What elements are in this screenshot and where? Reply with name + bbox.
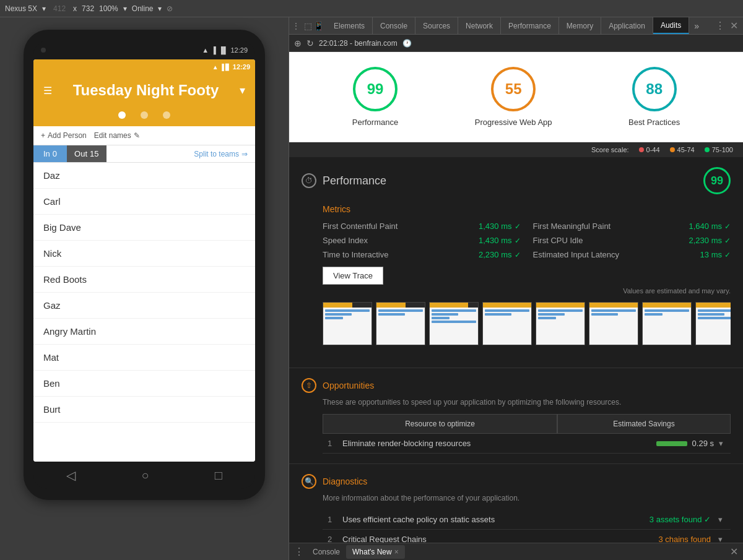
player-nick[interactable]: Nick <box>33 241 255 267</box>
opp-table-header: Resource to optimize Estimated Savings <box>323 414 731 434</box>
film-frame-8 <box>695 302 731 345</box>
scale-bad-label: 0-44 <box>646 146 660 153</box>
add-person-button[interactable]: + Add Person <box>41 131 87 140</box>
tab-performance[interactable]: Performance <box>501 17 559 34</box>
reload-icon[interactable]: ↻ <box>306 38 314 48</box>
view-trace-button[interactable]: View Trace <box>323 267 383 285</box>
clock-icon[interactable]: 🕐 <box>402 39 412 48</box>
bottom-close-icon[interactable]: × <box>394 548 399 556</box>
player-burt[interactable]: Burt <box>33 397 255 423</box>
diag-result-2: 3 chains found <box>653 530 716 543</box>
tab-in-count: 0 <box>53 149 57 158</box>
back-icon[interactable]: ◁ <box>66 468 76 483</box>
circle-dot-1 <box>118 111 126 119</box>
app-chevron-icon[interactable]: ▾ <box>240 84 245 97</box>
metric-fcp-name: First Contentful Paint <box>323 222 398 231</box>
devtools-more-icon[interactable]: ⋮ <box>715 20 725 32</box>
tab-sources[interactable]: Sources <box>415 17 458 34</box>
player-angrymartin[interactable]: Angry Martin <box>33 319 255 345</box>
home-icon[interactable]: ○ <box>141 468 149 483</box>
devtools-device-icon[interactable]: 📱 <box>313 21 324 31</box>
player-ben[interactable]: Ben <box>33 371 255 397</box>
player-mat[interactable]: Mat <box>33 345 255 371</box>
tab-out-label: Out <box>74 149 87 158</box>
film-row-2 <box>325 313 352 316</box>
tab-more[interactable]: » <box>689 21 704 31</box>
metric-eil-check: ✓ <box>724 251 731 259</box>
device-name[interactable]: Nexus 5X <box>5 4 37 13</box>
bottom-tab-whats-new[interactable]: What's New × <box>346 545 405 559</box>
diag-chevron-2[interactable]: ▾ <box>716 530 731 543</box>
devtools-settings-icon[interactable]: ⋮ <box>292 21 300 31</box>
audit-timestamp: 22:01:28 - benfrain.com <box>319 39 398 48</box>
dimension-x: x <box>73 4 77 13</box>
score-card-best-practices: 88 Best Practices <box>628 67 680 127</box>
diag-section-title: Diagnostics <box>323 476 367 486</box>
edit-names-button[interactable]: Edit names ✎ <box>94 131 140 140</box>
view-trace-label: View Trace <box>333 271 373 280</box>
scale-dot-avg <box>670 147 675 152</box>
performance-section-icon: ⏱ <box>302 173 316 188</box>
score-card-pwa: 55 Progressive Web App <box>475 67 552 127</box>
tab-memory[interactable]: Memory <box>559 17 601 34</box>
diag-chevron-1[interactable]: ▾ <box>716 510 731 529</box>
tab-application[interactable]: Application <box>601 17 653 34</box>
tab-out[interactable]: Out 15 <box>67 145 106 162</box>
film-frame-7 <box>642 302 692 345</box>
tab-split[interactable]: Split to teams ⇒ <box>186 145 255 162</box>
tab-memory-label: Memory <box>567 22 593 30</box>
performance-section-score: 99 <box>703 167 731 194</box>
devtools-close-icon[interactable]: ✕ <box>730 20 738 32</box>
zoom-level[interactable]: 100% <box>99 4 118 13</box>
connectivity[interactable]: Online <box>132 4 154 13</box>
player-daz[interactable]: Daz <box>33 163 255 189</box>
film-row-7 <box>432 313 458 316</box>
opp-row-savings-1: 0.29 s ▾ <box>557 434 731 453</box>
metric-si-value: 1,430 ms ✓ <box>479 236 520 245</box>
topbar-dropdown-icon[interactable]: ▾ <box>42 4 46 13</box>
metric-eil: Estimated Input Latency 13 ms ✓ <box>533 250 731 259</box>
no-throttle-icon[interactable]: ⊘ <box>167 4 173 13</box>
tab-network[interactable]: Network <box>458 17 501 34</box>
bottom-tab-console[interactable]: Console <box>306 545 346 559</box>
zoom-dropdown[interactable]: ▾ <box>123 4 127 13</box>
clear-icon[interactable]: ⊕ <box>294 38 302 48</box>
system-topbar: Nexus 5X ▾ 412 x 732 100% ▾ Online ▾ ⊘ <box>0 0 743 17</box>
bottom-close-panel[interactable]: ✕ <box>730 546 738 558</box>
score-scale-label: Score scale: <box>591 146 629 153</box>
film-row-16 <box>591 313 618 316</box>
topbar-left: Nexus 5X ▾ 412 x 732 100% ▾ Online ▾ ⊘ <box>5 4 173 13</box>
scale-bad: 0-44 <box>639 146 660 153</box>
player-list: Daz Carl Big Dave Nick Red Boots Gaz Ang… <box>33 163 255 462</box>
opp-row-expand-1[interactable]: ▾ <box>719 439 723 448</box>
opp-row-1[interactable]: 1 Eliminate render-blocking resources 0.… <box>323 434 731 454</box>
film-stripe-8 <box>696 303 731 308</box>
metric-si-check: ✓ <box>515 236 521 245</box>
bottom-drawer-icon[interactable]: ⋮ <box>294 546 304 558</box>
diag-row-1[interactable]: 1 Uses efficient cache policy on static … <box>323 510 731 530</box>
edit-icon: ✎ <box>134 131 140 140</box>
tab-in[interactable]: In 0 <box>33 145 67 162</box>
opp-title-row: ⇧ Opportunities <box>302 378 731 393</box>
tab-console[interactable]: Console <box>373 17 415 34</box>
diag-row-2[interactable]: 2 Critical Request Chains 3 chains found… <box>323 530 731 543</box>
player-redboots[interactable]: Red Boots <box>33 267 255 293</box>
devtools-inspect-icon[interactable]: ⬚ <box>304 21 312 31</box>
recents-icon[interactable]: □ <box>215 468 222 483</box>
player-carl[interactable]: Carl <box>33 189 255 215</box>
devtools-topbar: ⋮ ⬚ 📱 Elements Console Sources Network P… <box>289 17 743 35</box>
tab-in-label: In <box>43 149 50 158</box>
connectivity-dropdown[interactable]: ▾ <box>158 4 162 13</box>
diag-num-1: 1 <box>323 510 337 529</box>
film-frame-3 <box>429 302 479 345</box>
app-header: ☰ Tuesday Night Footy ▾ <box>33 74 255 109</box>
opp-description: These are opportunities to speed up your… <box>323 398 731 407</box>
tab-audits[interactable]: Audits <box>653 17 689 34</box>
player-bigdave[interactable]: Big Dave <box>33 215 255 241</box>
hamburger-icon[interactable]: ☰ <box>43 85 52 97</box>
film-row-8 <box>432 317 450 319</box>
player-gaz[interactable]: Gaz <box>33 293 255 319</box>
tab-elements[interactable]: Elements <box>326 17 373 34</box>
dimension-height: 732 <box>82 4 94 13</box>
phone-screen-time: 12:29 <box>233 63 250 71</box>
